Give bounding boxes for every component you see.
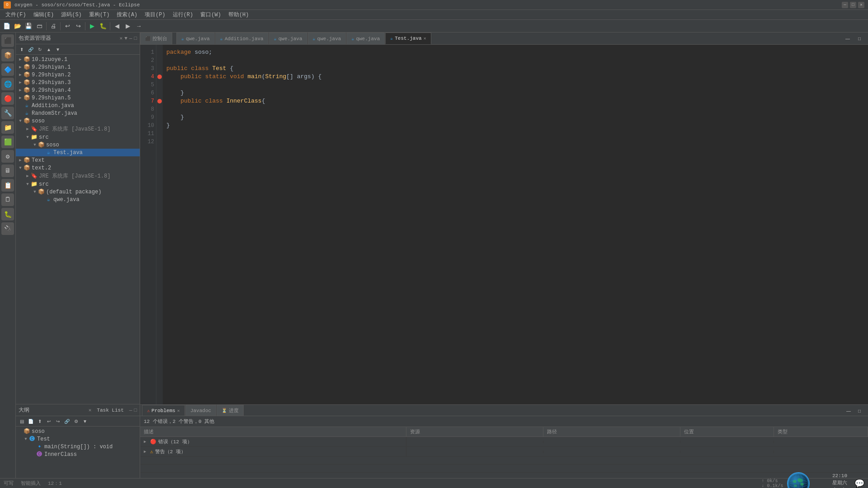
tab-test[interactable]: ☕ Test.java ✕ — [385, 33, 431, 44]
collapse-button[interactable]: ⬆ — [18, 45, 26, 53]
prev-button[interactable]: ◀ — [112, 21, 122, 31]
outline-btn-4[interactable]: ↩ — [45, 417, 53, 425]
explorer-menu[interactable]: ▼ — [54, 45, 62, 53]
tree-item-qwe-java[interactable]: ☕ qwe.java — [16, 196, 140, 203]
menu-search[interactable]: 搜索(A) — [113, 10, 141, 19]
tree-item-929s2[interactable]: ▶ 📦 9.29shiyan.2 — [16, 71, 140, 79]
outline-btn-7[interactable]: ⚙ — [72, 417, 80, 425]
tree-item-default-pkg[interactable]: ▼ 📦 (default package) — [16, 188, 140, 196]
tree-item-src[interactable]: ▼ 📁 src — [16, 133, 140, 141]
tab-addition[interactable]: ☕ Addition.java — [215, 33, 269, 44]
outline-item-test[interactable]: ▼ 🅒 Test — [16, 435, 140, 443]
next-button[interactable]: ▶ — [123, 21, 133, 31]
tree-item-jre[interactable]: ▶ 🔖 JRE 系统库 [JavaSE-1.8] — [16, 125, 140, 133]
outline-item-main[interactable]: 🔹 main(String[]) : void — [16, 443, 140, 450]
tab-qwe-4[interactable]: ☕ qwe.java — [346, 33, 385, 44]
problems-row-errors[interactable]: ▶ 🔴 错误（12 项） — [140, 437, 868, 447]
bottom-tab-problems[interactable]: ⚠ Problems ✕ — [142, 405, 185, 416]
undo-button[interactable]: ↩ — [62, 21, 72, 31]
maximize-button[interactable]: □ — [850, 2, 856, 8]
tree-item-randomstr[interactable]: ☕ RandomStr.java — [16, 109, 140, 117]
outline-item-innerclass[interactable]: 🅒 InnerClass — [16, 450, 140, 458]
tree-item-10zuoye[interactable]: ▶ 📦 10.1zuoye.1 — [16, 56, 140, 63]
outline-close[interactable]: ✕ — [89, 407, 92, 413]
taskbar-icon-11[interactable]: 📋 — [1, 179, 14, 192]
collapse-all-button[interactable]: ✕ — [120, 35, 123, 41]
outline-item-soso[interactable]: 📦 soso — [16, 427, 140, 435]
close-button[interactable]: ✕ — [858, 2, 864, 8]
menu-source[interactable]: 源码(S) — [57, 10, 85, 19]
bottom-maximize[interactable]: □ — [854, 406, 864, 416]
taskbar-icon-10[interactable]: 🖥 — [1, 164, 14, 177]
notification-icon[interactable]: 💬 — [854, 479, 864, 488]
open-button[interactable]: 📂 — [13, 21, 23, 31]
tab-qwe-3[interactable]: ☕ qwe.java — [308, 33, 346, 44]
outline-btn-2[interactable]: 📄 — [27, 417, 35, 425]
editor-maximize[interactable]: □ — [854, 33, 864, 43]
tab-console[interactable]: ⬛ 控制台 — [140, 33, 172, 44]
tree-item-soso[interactable]: ▼ 📦 soso — [16, 117, 140, 125]
menu-refactor[interactable]: 重构(T) — [85, 10, 113, 19]
tree-item-929s4[interactable]: ▶ 📦 9.29shiyan.4 — [16, 86, 140, 94]
editor-minimize[interactable]: — — [843, 33, 853, 43]
taskbar-icon-14[interactable]: 🔌 — [1, 222, 14, 235]
tree-item-929s3[interactable]: ▶ 📦 9.29shiyan.3 — [16, 79, 140, 86]
code-content[interactable]: package soso; public class Test { public… — [163, 45, 868, 404]
minimize-panel-button[interactable]: — — [129, 36, 132, 41]
sync-button[interactable]: ↻ — [36, 45, 44, 53]
view-menu-button[interactable]: ▼ — [124, 36, 127, 41]
taskbar-icon-5[interactable]: 🔴 — [1, 92, 14, 105]
taskbar-icon-13[interactable]: 🐛 — [1, 208, 14, 221]
menu-help[interactable]: 帮助(H) — [225, 10, 253, 19]
save-button[interactable]: 💾 — [24, 21, 33, 31]
redo-button[interactable]: ↪ — [73, 21, 83, 31]
filter-button[interactable]: ▲ — [45, 45, 53, 53]
tree-item-text[interactable]: ▶ 📦 Text — [16, 156, 140, 164]
problems-tab-close[interactable]: ✕ — [177, 408, 180, 413]
outline-btn-8[interactable]: ▼ — [81, 417, 89, 425]
tree-item-text2-jre[interactable]: ▶ 🔖 JRE 系统库 [JavaSE-1.8] — [16, 172, 140, 180]
menu-run[interactable]: 运行(R) — [169, 10, 197, 19]
save-all-button[interactable]: 🗃 — [34, 21, 44, 31]
debug-button[interactable]: 🐛 — [98, 21, 108, 31]
taskbar-icon-3[interactable]: 🔷 — [1, 63, 14, 76]
taskbar-icon-6[interactable]: 🔧 — [1, 107, 14, 119]
bottom-tab-progress[interactable]: ⏳ 进度 — [217, 405, 244, 416]
tree-item-text2[interactable]: ▼ 📦 text.2 — [16, 164, 140, 172]
tree-item-soso-pkg[interactable]: ▼ 📦 soso — [16, 141, 140, 149]
menu-project[interactable]: 项目(P) — [141, 10, 169, 19]
new-button[interactable]: 📄 — [2, 21, 12, 31]
outline-btn-1[interactable]: ▤ — [18, 417, 26, 425]
taskbar-icon-9[interactable]: ⚙ — [1, 150, 14, 163]
tree-item-929s1[interactable]: ▶ 📦 9.29shiyan.1 — [16, 63, 140, 71]
tree-item-929s5[interactable]: ▶ 📦 9.29shiyan.5 — [16, 94, 140, 102]
tab-test-close[interactable]: ✕ — [424, 36, 426, 41]
outline-minimize[interactable]: — — [129, 408, 132, 413]
tab-qwe-1[interactable]: ☕ qwe.java — [176, 33, 215, 44]
taskbar-icon-4[interactable]: 🌐 — [1, 78, 14, 90]
tasklist-tab[interactable]: Task List — [93, 408, 127, 413]
forward-button[interactable]: → — [134, 21, 144, 31]
menu-edit[interactable]: 编辑(E) — [30, 10, 58, 19]
taskbar-icon-1[interactable]: ⬛ — [1, 34, 14, 47]
maximize-panel-button[interactable]: □ — [134, 36, 137, 41]
bottom-tab-javadoc[interactable]: Javadoc — [185, 405, 216, 416]
bottom-minimize[interactable]: — — [844, 406, 854, 416]
link-button[interactable]: 🔗 — [27, 45, 35, 53]
code-editor[interactable]: 1 2 3 4 5 6 7 8 9 10 11 12 — [140, 45, 868, 404]
problems-row-warnings[interactable]: ▶ ⚠ 警告（2 项） — [140, 447, 868, 457]
outline-btn-6[interactable]: 🔗 — [63, 417, 71, 425]
tree-item-text2-src[interactable]: ▼ 📁 src — [16, 180, 140, 188]
run-button[interactable]: ▶ — [87, 21, 97, 31]
outline-maximize[interactable]: □ — [134, 408, 137, 413]
minimize-button[interactable]: — — [842, 2, 848, 8]
error-expand-arrow[interactable]: ▶ — [144, 439, 148, 444]
print-button[interactable]: 🖨 — [48, 21, 58, 31]
taskbar-icon-8[interactable]: 🟩 — [1, 136, 14, 148]
taskbar-icon-2[interactable]: 📦 — [1, 49, 14, 61]
taskbar-icon-7[interactable]: 📁 — [1, 121, 14, 134]
tree-item-test-java[interactable]: ☕ Test.java — [16, 149, 140, 156]
menu-window[interactable]: 窗口(W) — [197, 10, 225, 19]
taskbar-icon-12[interactable]: 🗒 — [1, 193, 14, 206]
outline-btn-3[interactable]: ⬆ — [36, 417, 44, 425]
